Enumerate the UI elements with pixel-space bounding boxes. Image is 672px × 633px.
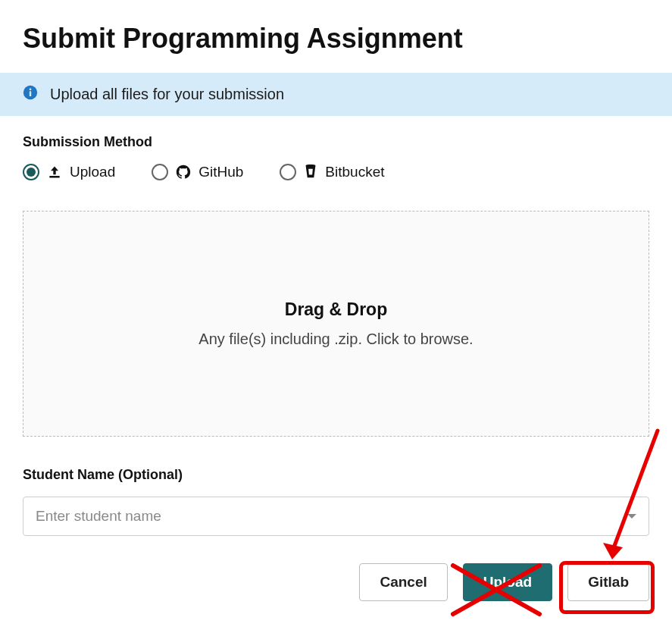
svg-point-4 — [306, 165, 316, 167]
radio-indicator — [152, 164, 168, 180]
cancel-button[interactable]: Cancel — [359, 563, 447, 601]
radio-github-label: GitHub — [198, 164, 243, 180]
page-title: Submit Programming Assignment — [0, 0, 672, 73]
action-buttons: Cancel Upload Gitlab — [23, 563, 649, 601]
info-bar: Upload all files for your submission — [0, 73, 672, 116]
student-name-placeholder: Enter student name — [36, 508, 161, 525]
upload-button[interactable]: Upload — [463, 563, 552, 601]
radio-github[interactable]: GitHub — [152, 164, 243, 180]
dropzone-title: Drag & Drop — [285, 299, 387, 320]
radio-bitbucket-label: Bitbucket — [325, 164, 384, 180]
info-icon — [23, 85, 38, 104]
svg-point-2 — [30, 89, 32, 91]
radio-upload-label: Upload — [70, 164, 115, 180]
radio-indicator-selected — [23, 164, 39, 180]
github-icon — [176, 165, 191, 180]
bitbucket-icon — [304, 165, 317, 180]
radio-indicator — [280, 164, 296, 180]
upload-icon — [47, 165, 62, 180]
svg-rect-1 — [30, 91, 31, 96]
svg-rect-3 — [49, 176, 59, 178]
student-name-select[interactable]: Enter student name — [23, 497, 649, 536]
student-name-label: Student Name (Optional) — [23, 467, 649, 483]
info-text: Upload all files for your submission — [50, 86, 284, 103]
radio-bitbucket[interactable]: Bitbucket — [280, 164, 384, 180]
submission-method-label: Submission Method — [23, 134, 649, 150]
chevron-down-icon — [627, 514, 636, 519]
radio-upload[interactable]: Upload — [23, 164, 115, 180]
gitlab-button[interactable]: Gitlab — [567, 563, 649, 601]
file-dropzone[interactable]: Drag & Drop Any file(s) including .zip. … — [23, 211, 649, 437]
submission-method-options: Upload GitHub Bitbucket — [23, 164, 649, 180]
dropzone-subtitle: Any file(s) including .zip. Click to bro… — [198, 331, 473, 348]
